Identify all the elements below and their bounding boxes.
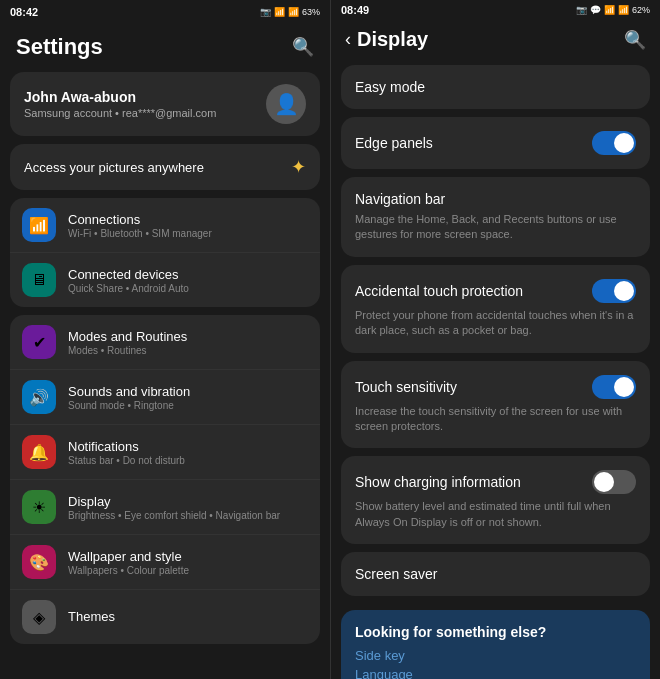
display-search-icon[interactable]: 🔍 <box>624 29 646 51</box>
accidental-touch-desc: Protect your phone from accidental touch… <box>355 308 636 339</box>
accidental-touch-knob <box>614 281 634 301</box>
touch-sensitivity-item[interactable]: Touch sensitivity Increase the touch sen… <box>341 361 650 449</box>
modes-title: Modes and Routines <box>68 329 187 344</box>
looking-title: Looking for something else? <box>355 624 636 640</box>
connections-sub: Wi-Fi • Bluetooth • SIM manager <box>68 228 212 239</box>
accidental-touch-toggle[interactable] <box>592 279 636 303</box>
profile-info: John Awa-abuon Samsung account • rea****… <box>24 89 216 119</box>
connected-devices-text: Connected devices Quick Share • Android … <box>68 267 189 294</box>
accidental-touch-title: Accidental touch protection <box>355 283 523 299</box>
easy-mode-title: Easy mode <box>355 79 425 95</box>
themes-icon: ◈ <box>22 600 56 634</box>
accidental-touch-item[interactable]: Accidental touch protection Protect your… <box>341 265 650 353</box>
edge-panels-row: Edge panels <box>355 131 636 155</box>
connected-devices-title: Connected devices <box>68 267 189 282</box>
right-msg-icon: 💬 <box>590 5 601 15</box>
show-charging-desc: Show battery level and estimated time un… <box>355 499 636 530</box>
right-time: 08:49 <box>341 4 369 16</box>
display-scroll: Easy mode Edge panels Navigation ba <box>331 59 660 679</box>
show-charging-title: Show charging information <box>355 474 521 490</box>
modes-icon: ✔ <box>22 325 56 359</box>
easy-mode-item[interactable]: Easy mode <box>341 65 650 109</box>
avatar-icon: 👤 <box>274 92 299 116</box>
sounds-icon: 🔊 <box>22 380 56 414</box>
display-text: Display Brightness • Eye comfort shield … <box>68 494 280 521</box>
left-battery: 63% <box>302 7 320 17</box>
sidebar-item-modes-routines[interactable]: ✔ Modes and Routines Modes • Routines <box>10 315 320 370</box>
sidebar-item-display[interactable]: ☀ Display Brightness • Eye comfort shiel… <box>10 480 320 535</box>
right-camera-icon: 📷 <box>576 5 587 15</box>
screen-saver-item[interactable]: Screen saver <box>341 552 650 596</box>
navigation-bar-item[interactable]: Navigation bar Manage the Home, Back, an… <box>341 177 650 257</box>
touch-sensitivity-toggle[interactable] <box>592 375 636 399</box>
edge-panels-title: Edge panels <box>355 135 433 151</box>
display-title: Display <box>68 494 280 509</box>
left-time: 08:42 <box>10 6 38 18</box>
modes-sub: Modes • Routines <box>68 345 187 356</box>
right-battery: 62% <box>632 5 650 15</box>
left-panel: 08:42 📷 📶 📶 63% Settings 🔍 John Awa-abuo… <box>0 0 330 679</box>
sidebar-item-wallpaper[interactable]: 🎨 Wallpaper and style Wallpapers • Colou… <box>10 535 320 590</box>
back-button[interactable]: ‹ <box>345 29 351 50</box>
show-charging-item[interactable]: Show charging information Show battery l… <box>341 456 650 544</box>
sounds-sub: Sound mode • Ringtone <box>68 400 190 411</box>
themes-text: Themes <box>68 609 115 625</box>
sidebar-item-sounds-vibration[interactable]: 🔊 Sounds and vibration Sound mode • Ring… <box>10 370 320 425</box>
display-page-title: Display <box>357 28 624 51</box>
notifications-title: Notifications <box>68 439 185 454</box>
navigation-bar-desc: Manage the Home, Back, and Recents butto… <box>355 212 636 243</box>
show-charging-knob <box>594 472 614 492</box>
wallpaper-sub: Wallpapers • Colour palette <box>68 565 189 576</box>
avatar: 👤 <box>266 84 306 124</box>
sounds-text: Sounds and vibration Sound mode • Ringto… <box>68 384 190 411</box>
connected-devices-icon: 🖥 <box>22 263 56 297</box>
promo-card[interactable]: Access your pictures anywhere ✦ <box>10 144 320 190</box>
wallpaper-title: Wallpaper and style <box>68 549 189 564</box>
left-signal2-icon: 📶 <box>288 7 299 17</box>
left-camera-icon: 📷 <box>260 7 271 17</box>
sidebar-item-connected-devices[interactable]: 🖥 Connected devices Quick Share • Androi… <box>10 253 320 307</box>
sidebar-item-connections[interactable]: 📶 Connections Wi-Fi • Bluetooth • SIM ma… <box>10 198 320 253</box>
touch-sensitivity-knob <box>614 377 634 397</box>
connections-icon: 📶 <box>22 208 56 242</box>
easy-mode-row: Easy mode <box>355 79 636 95</box>
settings-list: 📶 Connections Wi-Fi • Bluetooth • SIM ma… <box>0 198 330 679</box>
left-signal-icon: 📶 <box>274 7 285 17</box>
touch-sensitivity-desc: Increase the touch sensitivity of the sc… <box>355 404 636 435</box>
connected-devices-sub: Quick Share • Android Auto <box>68 283 189 294</box>
display-icon: ☀ <box>22 490 56 524</box>
display-sub: Brightness • Eye comfort shield • Naviga… <box>68 510 280 521</box>
edge-panels-knob <box>614 133 634 153</box>
connections-text: Connections Wi-Fi • Bluetooth • SIM mana… <box>68 212 212 239</box>
wallpaper-icon: 🎨 <box>22 545 56 579</box>
language-link[interactable]: Language <box>355 667 636 679</box>
edge-panels-toggle[interactable] <box>592 131 636 155</box>
accidental-touch-row: Accidental touch protection <box>355 279 636 303</box>
navigation-bar-title: Navigation bar <box>355 191 445 207</box>
wallpaper-text: Wallpaper and style Wallpapers • Colour … <box>68 549 189 576</box>
left-status-icons: 📷 📶 📶 63% <box>260 7 320 17</box>
touch-sensitivity-title: Touch sensitivity <box>355 379 457 395</box>
profile-card[interactable]: John Awa-abuon Samsung account • rea****… <box>10 72 320 136</box>
right-signal2-icon: 📶 <box>618 5 629 15</box>
screen-saver-title: Screen saver <box>355 566 437 582</box>
left-status-bar: 08:42 📷 📶 📶 63% <box>0 0 330 24</box>
notifications-text: Notifications Status bar • Do not distur… <box>68 439 185 466</box>
promo-text: Access your pictures anywhere <box>24 160 204 175</box>
connections-title: Connections <box>68 212 212 227</box>
themes-title: Themes <box>68 609 115 624</box>
profile-name: John Awa-abuon <box>24 89 216 105</box>
right-status-icons: 📷 💬 📶 📶 62% <box>576 5 650 15</box>
edge-panels-item[interactable]: Edge panels <box>341 117 650 169</box>
looking-for-card: Looking for something else? Side key Lan… <box>341 610 650 679</box>
show-charging-toggle[interactable] <box>592 470 636 494</box>
modes-text: Modes and Routines Modes • Routines <box>68 329 187 356</box>
right-signal-icon: 📶 <box>604 5 615 15</box>
promo-sparkle-icon: ✦ <box>291 156 306 178</box>
settings-search-icon[interactable]: 🔍 <box>292 36 314 58</box>
side-key-link[interactable]: Side key <box>355 648 636 663</box>
sidebar-item-themes[interactable]: ◈ Themes <box>10 590 320 644</box>
screen-saver-row: Screen saver <box>355 566 636 582</box>
profile-sub: Samsung account • rea****@gmail.com <box>24 107 216 119</box>
sidebar-item-notifications[interactable]: 🔔 Notifications Status bar • Do not dist… <box>10 425 320 480</box>
